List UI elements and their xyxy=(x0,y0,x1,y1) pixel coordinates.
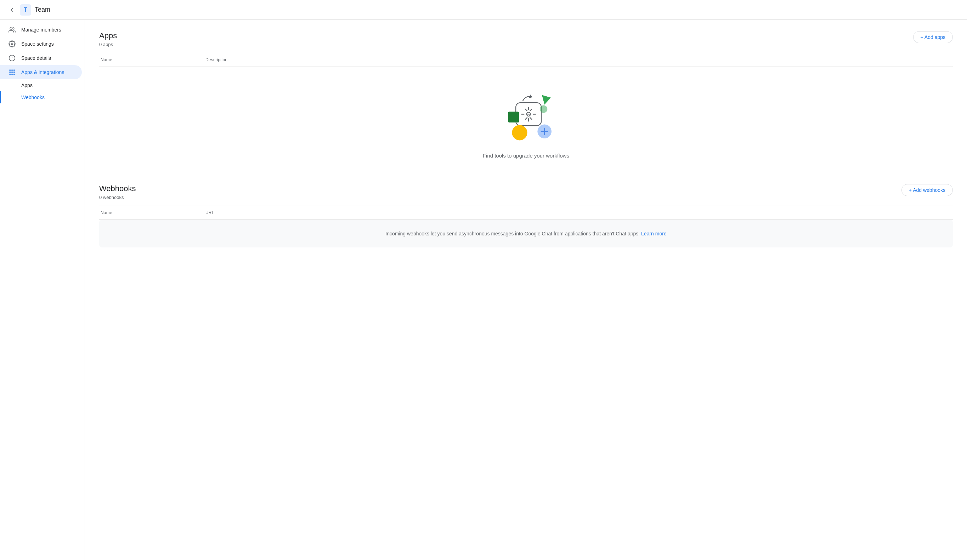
sidebar-label-manage-members: Manage members xyxy=(21,27,61,33)
space-avatar: T xyxy=(20,4,31,16)
webhooks-title: Webhooks xyxy=(99,184,136,193)
apps-title-group: Apps 0 apps xyxy=(99,31,117,47)
sidebar-item-space-settings[interactable]: Space settings xyxy=(0,37,82,51)
sidebar-subitem-label-apps: Apps xyxy=(21,82,33,88)
apps-icon xyxy=(8,69,16,76)
sidebar-label-apps-integrations: Apps & integrations xyxy=(21,69,64,75)
settings-icon xyxy=(8,40,16,48)
sidebar-subitem-apps[interactable]: Apps xyxy=(0,79,82,91)
webhooks-col-url: URL xyxy=(205,210,953,215)
apps-title: Apps xyxy=(99,31,117,40)
sidebar: Manage members Space settings Space deta… xyxy=(0,20,85,560)
sidebar-item-apps-integrations[interactable]: Apps & integrations xyxy=(0,65,82,79)
svg-rect-12 xyxy=(12,74,12,75)
svg-rect-6 xyxy=(12,70,12,71)
info-icon xyxy=(8,54,16,62)
sidebar-item-manage-members[interactable]: Manage members xyxy=(0,23,82,37)
people-icon xyxy=(8,26,16,33)
apps-col-description: Description xyxy=(205,58,953,62)
main-layout: Manage members Space settings Space deta… xyxy=(0,20,967,560)
top-bar: T Team xyxy=(0,0,967,20)
back-button[interactable] xyxy=(6,3,18,16)
apps-empty-state: Find tools to upgrade your workflows xyxy=(99,67,953,167)
apps-table: Name Description xyxy=(99,53,953,167)
svg-point-0 xyxy=(10,27,12,30)
apps-empty-text: Find tools to upgrade your workflows xyxy=(483,152,569,160)
webhooks-col-name: Name xyxy=(99,210,205,215)
webhooks-table: Name URL Incoming webhooks let you send … xyxy=(99,206,953,247)
svg-rect-11 xyxy=(10,74,11,75)
webhooks-empty-text: Incoming webhooks let you send asynchron… xyxy=(108,230,944,237)
svg-point-1 xyxy=(12,43,13,45)
webhooks-section: Webhooks 0 webhooks + Add webhooks Name … xyxy=(99,184,953,247)
sidebar-label-space-settings: Space settings xyxy=(21,41,54,47)
apps-section: Apps 0 apps + Add apps Name Description xyxy=(99,31,953,167)
webhooks-section-header: Webhooks 0 webhooks + Add webhooks xyxy=(99,184,953,200)
add-webhooks-button[interactable]: + Add webhooks xyxy=(901,184,953,196)
svg-rect-9 xyxy=(12,71,12,72)
webhooks-empty-state: Incoming webhooks let you send asynchron… xyxy=(99,220,953,247)
add-apps-button[interactable]: + Add apps xyxy=(913,31,953,43)
learn-more-link[interactable]: Learn more xyxy=(641,231,667,236)
sidebar-item-space-details[interactable]: Space details xyxy=(0,51,82,65)
webhooks-count: 0 webhooks xyxy=(99,195,136,200)
apps-col-name: Name xyxy=(99,58,205,62)
svg-rect-13 xyxy=(13,74,15,75)
sidebar-label-space-details: Space details xyxy=(21,55,51,61)
webhooks-table-header: Name URL xyxy=(99,206,953,220)
sidebar-subitem-label-webhooks: Webhooks xyxy=(21,94,45,100)
main-content: Apps 0 apps + Add apps Name Description xyxy=(85,20,967,560)
svg-rect-10 xyxy=(13,71,15,72)
svg-rect-5 xyxy=(10,70,11,71)
svg-point-26 xyxy=(540,105,548,113)
apps-empty-illustration xyxy=(494,81,558,145)
apps-table-header: Name Description xyxy=(99,53,953,67)
svg-rect-8 xyxy=(10,71,11,72)
apps-count: 0 apps xyxy=(99,42,117,47)
svg-point-28 xyxy=(512,125,527,140)
apps-section-header: Apps 0 apps + Add apps xyxy=(99,31,953,47)
space-name: Team xyxy=(35,6,50,13)
svg-rect-27 xyxy=(508,112,519,122)
webhooks-title-group: Webhooks 0 webhooks xyxy=(99,184,136,200)
svg-rect-7 xyxy=(13,70,15,71)
sidebar-subitem-webhooks[interactable]: Webhooks xyxy=(0,91,82,103)
svg-marker-25 xyxy=(542,95,551,105)
